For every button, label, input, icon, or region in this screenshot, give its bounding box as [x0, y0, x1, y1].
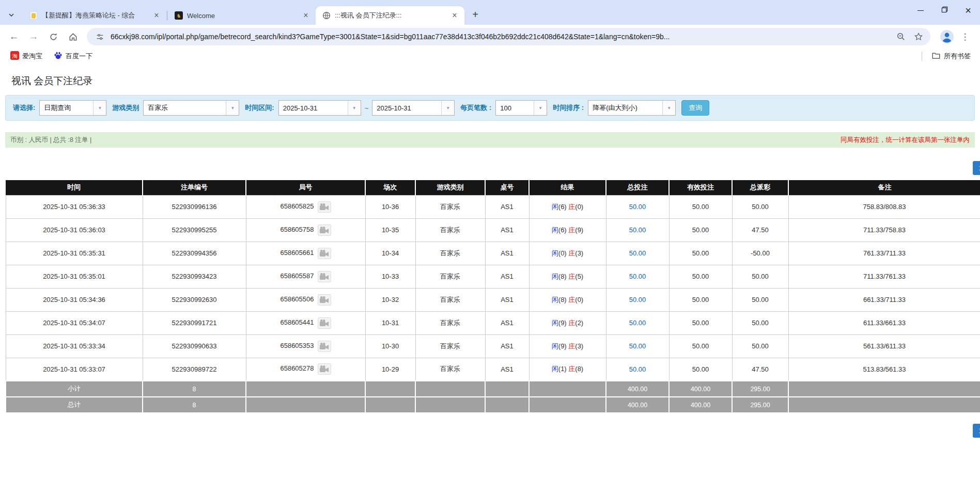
window-close-button[interactable]: ×	[956, 0, 980, 21]
banker-result-score: (0)	[575, 203, 583, 211]
tab-title: :::视讯 会员下注纪录:::	[335, 11, 446, 20]
bookmark-taobao[interactable]: 淘 爱淘宝	[6, 50, 46, 62]
total-bet-cell: 50.00	[606, 334, 669, 358]
video-replay-icon[interactable]	[318, 225, 331, 236]
zoom-out-icon[interactable]	[894, 30, 908, 43]
bet-row: 2025-10-31 05:33:34522930990633658605353…	[6, 334, 980, 358]
chevron-down-icon[interactable]: ▼	[662, 101, 675, 115]
banker-result-label: 庄	[568, 365, 575, 373]
table-no: AS1	[485, 218, 529, 242]
total-bet-link[interactable]: 50.00	[629, 342, 646, 350]
browser-toolbar: ← → 66cxkj98.com/ipl/portal.php/game/bet…	[0, 25, 980, 49]
url-text[interactable]: 66cxkj98.com/ipl/portal.php/game/betreco…	[111, 33, 890, 41]
video-replay-icon[interactable]	[318, 294, 331, 306]
chevron-down-icon[interactable]: ▼	[93, 101, 106, 115]
valid-bet: 50.00	[669, 265, 732, 288]
page-size-value: 100	[496, 101, 534, 115]
game-type: 百家乐	[415, 311, 485, 334]
total-bet-cell: 50.00	[606, 288, 669, 311]
forward-button[interactable]: →	[25, 28, 42, 45]
bet-id: 522930990633	[143, 334, 246, 358]
all-bookmarks-button[interactable]: 所有书签	[927, 50, 975, 63]
bookmark-baidu[interactable]: 百度一下	[50, 50, 97, 62]
bet-id: 522930992630	[143, 288, 246, 311]
chevron-down-icon[interactable]: ▼	[441, 101, 454, 115]
minimize-button[interactable]	[909, 0, 932, 21]
video-replay-icon[interactable]	[318, 248, 331, 259]
table-no: AS1	[485, 242, 529, 265]
svg-text:淘: 淘	[12, 53, 18, 59]
address-bar[interactable]: 66cxkj98.com/ipl/portal.php/game/betreco…	[87, 28, 930, 45]
session: 10-33	[365, 265, 415, 288]
bookmark-star-icon[interactable]	[912, 30, 925, 43]
page-size-label: 每页笔数 :	[460, 103, 491, 113]
page-button-1[interactable]: 1	[973, 424, 980, 438]
tab-welcome[interactable]: ♞ Welcome ×	[168, 6, 316, 25]
round-id: 658605587	[280, 272, 314, 280]
close-icon[interactable]: ×	[301, 11, 310, 20]
tab-separator	[167, 11, 167, 20]
page-button-1[interactable]: 1	[973, 161, 980, 175]
game-type-select[interactable]: 百家乐 ▼	[143, 100, 239, 116]
total-bet-link[interactable]: 50.00	[629, 273, 646, 280]
reload-button[interactable]	[44, 28, 62, 45]
tab-forum[interactable]: 【新提醒】海燕策略论坛 - 综合 ×	[23, 6, 166, 25]
player-result-score: (1)	[558, 365, 567, 373]
total-bet-link[interactable]: 50.00	[629, 365, 646, 373]
chevron-down-icon[interactable]: ▼	[534, 101, 547, 115]
bet-row: 2025-10-31 05:36:33522930996136658605825…	[6, 195, 980, 218]
result-cell: 闲(9) 庄(3)	[529, 334, 606, 358]
chevron-down-icon[interactable]: ▼	[226, 101, 239, 115]
video-replay-icon[interactable]	[318, 341, 331, 352]
session: 10-35	[365, 218, 415, 242]
total-bet-link[interactable]: 50.00	[629, 319, 646, 327]
query-type-select[interactable]: 日期查询 ▼	[39, 100, 106, 116]
date-from-select[interactable]: 2025-10-31 ▼	[278, 100, 361, 116]
time-sort-select[interactable]: 降幂(由大到小) ▼	[588, 100, 676, 116]
close-icon[interactable]: ×	[450, 11, 459, 20]
restore-button[interactable]	[932, 0, 956, 21]
payout: 50.00	[732, 265, 788, 288]
game-type-value: 百家乐	[144, 101, 226, 115]
search-button[interactable]: 查询	[681, 100, 709, 116]
home-button[interactable]	[64, 28, 82, 45]
bet-id: 522930989722	[143, 358, 246, 381]
column-header-9: 有效投注	[669, 180, 732, 195]
total-bet-link[interactable]: 50.00	[629, 203, 646, 211]
video-replay-icon[interactable]	[318, 363, 331, 375]
chevron-down-icon	[8, 11, 15, 21]
sum-label: 总计	[6, 397, 143, 413]
total-bet-link[interactable]: 50.00	[629, 296, 646, 303]
bet-row: 2025-10-31 05:34:36522930992630658605506…	[6, 288, 980, 311]
profile-avatar[interactable]	[939, 28, 955, 45]
result-cell: 闲(1) 庄(8)	[529, 358, 606, 381]
tab-bet-records-active[interactable]: :::视讯 会员下注纪录::: ×	[316, 6, 464, 25]
video-replay-icon[interactable]	[318, 317, 331, 329]
table-no: AS1	[485, 334, 529, 358]
date-to-select[interactable]: 2025-10-31 ▼	[372, 100, 455, 116]
site-settings-icon[interactable]	[93, 30, 106, 43]
total-bet-link[interactable]: 50.00	[629, 226, 646, 234]
note: 611.33/661.33	[788, 311, 980, 334]
player-result-label: 闲	[552, 203, 558, 211]
browser-menu-icon[interactable]: ⋮	[957, 29, 973, 44]
close-icon[interactable]: ×	[152, 11, 161, 20]
video-replay-icon[interactable]	[318, 201, 331, 213]
tab-search-button[interactable]	[0, 7, 23, 25]
bet-time: 2025-10-31 05:36:33	[6, 195, 143, 218]
page-size-select[interactable]: 100 ▼	[495, 100, 547, 116]
sum-cell-10: 295.00	[732, 397, 788, 413]
chevron-down-icon[interactable]: ▼	[348, 101, 361, 115]
bet-row: 2025-10-31 05:35:31522930994356658605661…	[6, 242, 980, 265]
result-cell: 闲(6) 庄(0)	[529, 195, 606, 218]
bet-time: 2025-10-31 05:36:03	[6, 218, 143, 242]
total-bet-link[interactable]: 50.00	[629, 249, 646, 257]
column-header-11: 备注	[788, 180, 980, 195]
column-header-4: 场次	[365, 180, 415, 195]
column-header-2: 注单编号	[143, 180, 246, 195]
video-replay-icon[interactable]	[318, 271, 331, 282]
back-button[interactable]: ←	[5, 28, 23, 45]
new-tab-button[interactable]: +	[468, 7, 483, 22]
sum-cell-4	[365, 397, 415, 413]
baidu-paw-icon	[54, 51, 63, 61]
